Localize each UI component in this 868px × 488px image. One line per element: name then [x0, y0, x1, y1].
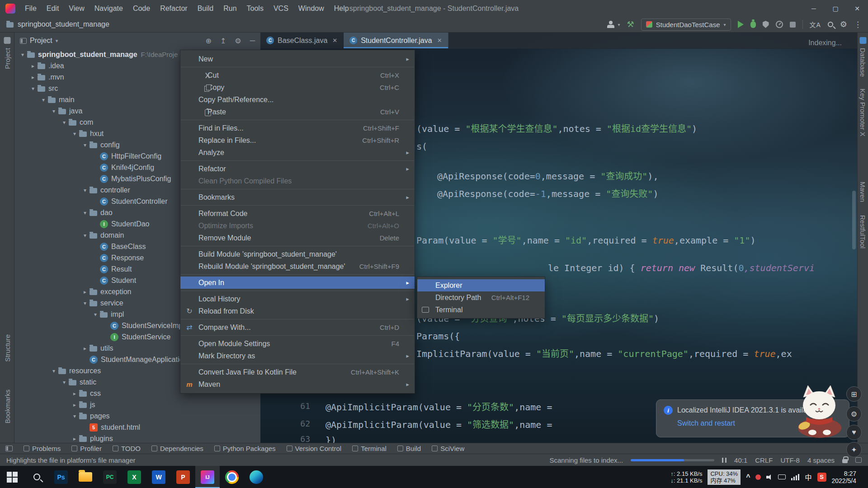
taskbar-edge[interactable]	[244, 466, 269, 488]
panel-settings-gear-icon[interactable]: ⚙	[235, 37, 241, 45]
close-icon[interactable]: ✕	[332, 37, 337, 44]
menu-item-new[interactable]: New▸	[180, 53, 415, 65]
stripe-button-project[interactable]: Project	[3, 48, 11, 69]
menu-item-open-in[interactable]: Open In▸	[180, 277, 415, 289]
project-breadcrumb[interactable]: springboot_student_manage	[0, 20, 109, 28]
run-button[interactable]	[738, 21, 744, 28]
menu-item-replace-in-files[interactable]: Replace in Files...Ctrl+Shift+R	[180, 134, 415, 146]
menu-item-open-module-settings[interactable]: Open Module SettingsF4	[180, 338, 415, 350]
chevron-down-icon[interactable]: ▾	[39, 97, 48, 103]
tree-item-student-html[interactable]: 5student.html	[14, 422, 260, 433]
tree-item-js[interactable]: ▸js	[14, 399, 260, 410]
network-speed-widget[interactable]: ↑: 2.15 KB/s ↓: 21.1 KB/s	[670, 470, 702, 484]
heart-icon-button[interactable]: ♥	[846, 425, 862, 440]
run-configuration-select[interactable]: StudentDaoTestCase ▾	[641, 19, 731, 31]
chevron-down-icon[interactable]: ▾	[49, 108, 58, 114]
star-icon-button[interactable]: ✦	[846, 442, 862, 457]
menu-item-analyze[interactable]: Analyze▸	[180, 146, 415, 159]
taskbar-search-button[interactable]	[24, 466, 49, 488]
menu-item-bookmarks[interactable]: Bookmarks▸	[180, 191, 415, 203]
chevron-down-icon[interactable]: ▾	[80, 142, 90, 148]
chevron-down-icon[interactable]: ▾	[18, 52, 27, 58]
stripe-button-bookmarks[interactable]: Bookmarks	[3, 389, 11, 423]
close-button[interactable]: ✕	[846, 0, 868, 17]
maximize-button[interactable]: ▢	[825, 0, 846, 17]
stripe-button-key-promoter-x[interactable]: Key Promoter X	[859, 89, 867, 136]
gear-icon-button[interactable]: ⚙	[846, 406, 862, 422]
hide-panel-icon[interactable]: ─	[250, 37, 255, 45]
tool-window-button-profiler[interactable]: Profiler	[71, 445, 102, 452]
menubar-item-run[interactable]: Run	[218, 5, 241, 12]
start-button[interactable]	[0, 466, 24, 488]
tab-studentcontroller-java[interactable]: CStudentController.java✕	[344, 33, 448, 48]
tool-window-button-todo[interactable]: TODO	[113, 445, 141, 452]
tray-expand-icon[interactable]: ^	[746, 473, 750, 481]
menubar-item-vcs[interactable]: VCS	[269, 5, 293, 12]
profiler-button[interactable]	[776, 21, 783, 28]
debug-button[interactable]	[750, 21, 756, 28]
input-method-indicator[interactable]: 中	[805, 472, 811, 482]
minimize-button[interactable]: ─	[803, 0, 825, 17]
chevron-right-icon[interactable]: ▸	[80, 345, 90, 352]
wrench-icon[interactable]: ⚒	[627, 19, 634, 29]
chevron-down-icon[interactable]: ▾	[80, 210, 90, 216]
menu-item-convert-java-file-to-kotlin-file[interactable]: Convert Java File to Kotlin FileCtrl+Alt…	[180, 366, 415, 378]
search-everywhere-icon[interactable]	[828, 22, 833, 27]
line-separator[interactable]: CRLF	[755, 456, 773, 464]
stripe-button-restfultool[interactable]: RestfulTool	[859, 215, 867, 249]
volume-icon[interactable]	[766, 474, 773, 480]
taskbar-file-explorer[interactable]	[73, 466, 98, 488]
menubar-item-view[interactable]: View	[64, 5, 89, 12]
menu-item-reformat-code[interactable]: Reformat CodeCtrl+Alt+L	[180, 207, 415, 220]
chevron-down-icon[interactable]: ▾	[49, 368, 58, 374]
more-options-icon[interactable]: ⋮	[854, 20, 862, 29]
tool-window-button-python-packages[interactable]: Python Packages	[214, 445, 276, 452]
close-icon[interactable]: ✕	[437, 37, 442, 44]
menu-item-optimize-imports[interactable]: Optimize ImportsCtrl+Alt+O	[180, 220, 415, 232]
tree-item-pages[interactable]: ▾pages	[14, 410, 260, 422]
chevron-down-icon[interactable]: ▾	[28, 85, 38, 92]
taskbar-word[interactable]: W	[146, 466, 171, 488]
tool-windows-icon[interactable]	[5, 446, 13, 451]
menu-item-clean-python-compiled-files[interactable]: Clean Python Compiled Files	[180, 175, 415, 187]
menu-item-local-history[interactable]: Local History▸	[180, 293, 415, 305]
menu-item-cut[interactable]: CutCtrl+X	[180, 69, 415, 81]
menubar-item-code[interactable]: Code	[128, 5, 155, 12]
taskbar-photoshop[interactable]: Ps	[49, 466, 73, 488]
chevron-down-icon[interactable]: ▾	[60, 379, 69, 385]
project-panel-title[interactable]: Project	[30, 37, 52, 45]
chevron-right-icon[interactable]: ▸	[28, 74, 38, 80]
menu-item-mark-directory-as[interactable]: Mark Directory as▸	[180, 350, 415, 362]
menubar-item-file[interactable]: File	[20, 5, 42, 12]
menubar-item-build[interactable]: Build	[193, 5, 219, 12]
chevron-down-icon[interactable]: ▾	[80, 232, 90, 239]
database-tool-icon[interactable]	[859, 37, 866, 44]
tool-window-button-problems[interactable]: Problems	[24, 445, 61, 452]
taskbar-excel[interactable]: X	[122, 466, 146, 488]
menu-item-copy-path-reference[interactable]: Copy Path/Reference...	[180, 94, 415, 106]
notifications-icon[interactable]	[855, 457, 862, 463]
chevron-down-icon[interactable]: ▾	[60, 119, 69, 126]
caret-position[interactable]: 40:1	[734, 456, 747, 464]
chevron-right-icon[interactable]: ▸	[80, 289, 90, 295]
menu-item-find-in-files[interactable]: Find in Files...Ctrl+Shift+F	[180, 122, 415, 134]
menu-item-explorer[interactable]: Explorer	[417, 279, 545, 291]
menubar-item-tools[interactable]: Tools	[242, 5, 269, 12]
cat-mascot[interactable]	[784, 382, 852, 438]
tool-window-button-dependencies[interactable]: Dependencies	[151, 445, 203, 452]
lock-icon[interactable]	[842, 459, 848, 463]
users-icon[interactable]	[607, 21, 615, 28]
collapse-all-icon[interactable]: ↥	[220, 37, 226, 45]
taskbar-intellij[interactable]: IJ	[195, 466, 220, 488]
menubar-item-refactor[interactable]: Refactor	[155, 5, 192, 12]
menu-item-build-module-springboot-student-manage[interactable]: Build Module 'springboot_student_manage'	[180, 248, 415, 260]
menu-item-maven[interactable]: mMaven▸	[180, 378, 415, 390]
indent-size[interactable]: 4 spaces	[807, 456, 835, 464]
stripe-button-database[interactable]: Database	[859, 48, 867, 77]
recording-tray-icon[interactable]	[755, 474, 761, 480]
editor-scrollbar[interactable]	[852, 191, 856, 249]
menu-item-reload-from-disk[interactable]: ↻Reload from Disk	[180, 305, 415, 317]
file-encoding[interactable]: UTF-8	[780, 456, 800, 464]
menubar-item-edit[interactable]: Edit	[42, 5, 64, 12]
coverage-button[interactable]	[763, 21, 769, 28]
